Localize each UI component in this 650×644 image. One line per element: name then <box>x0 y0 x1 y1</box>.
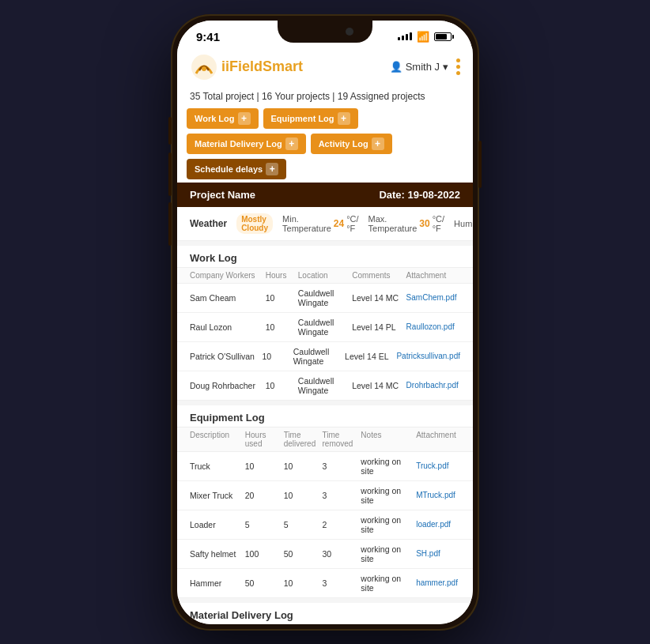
tab-material-log[interactable]: Material Delivery Log + <box>187 134 306 154</box>
dot-3 <box>456 71 460 75</box>
dropdown-icon: ▾ <box>443 61 448 73</box>
wl-col-worker: Company Workers <box>190 271 266 280</box>
scroll-area[interactable]: Project Name Date: 19-08-2022 Weather Mo… <box>177 183 473 624</box>
el-col-removed: Time removed <box>323 431 361 448</box>
tab-activity-log[interactable]: Activity Log + <box>311 134 392 154</box>
el-notes: working on site <box>361 486 416 505</box>
weather-humidity-label: Humidity <box>454 219 473 228</box>
table-row: Mixer Truck 20 10 3 working on site MTru… <box>177 481 473 510</box>
wl-hours: 10 <box>266 381 298 390</box>
tab-work-log-label: Work Log <box>195 114 235 123</box>
el-desc: Hammer <box>190 578 245 588</box>
weather-status: Mostly Cloudy <box>236 213 273 234</box>
el-removed: 2 <box>323 520 361 529</box>
tab-work-log-add[interactable]: + <box>238 112 251 125</box>
weather-min-unit: °C/°F <box>346 214 358 233</box>
el-hours: 50 <box>245 578 284 588</box>
weather-max-label: Max. Temperature <box>368 214 418 233</box>
logo: iiFieldSmart <box>190 53 303 81</box>
app-header: iiFieldSmart 👤 Smith J ▾ <box>177 47 473 88</box>
el-attachment[interactable]: hammer.pdf <box>416 578 460 587</box>
table-row: Patrick O'Sullivan 10 Cauldwell Wingate … <box>177 342 473 371</box>
el-removed: 3 <box>323 461 361 471</box>
tab-schedule-delays-add[interactable]: + <box>266 163 278 175</box>
table-row: Doug Rohrbacher 10 Cauldwell Wingate Lev… <box>177 371 473 401</box>
el-attachment[interactable]: Truck.pdf <box>416 461 460 470</box>
el-desc: Truck <box>190 461 245 471</box>
wl-worker: Sam Cheam <box>190 293 266 303</box>
project-summary: 35 Total project | 16 Your projects | 19… <box>177 88 473 108</box>
el-notes: working on site <box>361 457 416 476</box>
wl-location: Cauldwell Wingate <box>298 376 352 395</box>
weather-max-val: 30 <box>419 218 429 229</box>
tab-equipment-log-label: Equipment Log <box>271 114 334 123</box>
table-row: Sam Cheam 10 Cauldwell Wingate Level 14 … <box>177 284 473 313</box>
weather-label: Weather <box>190 218 227 229</box>
table-row: Safty helmet 100 50 30 working on site S… <box>177 540 473 569</box>
battery-icon <box>434 32 454 41</box>
logo-text: iiFieldSmart <box>221 58 303 75</box>
el-attachment[interactable]: loader.pdf <box>416 520 460 529</box>
tabs-area: Work Log + Equipment Log + Material Deli… <box>177 108 473 183</box>
el-notes: working on site <box>361 574 416 593</box>
tab-work-log[interactable]: Work Log + <box>187 108 259 129</box>
status-time: 9:41 <box>196 30 220 43</box>
wl-attachment[interactable]: Drohrbachr.pdf <box>406 381 460 390</box>
table-row: Hammer 50 10 3 working on site hammer.pd… <box>177 569 473 598</box>
wl-hours: 10 <box>266 293 298 303</box>
el-hours: 100 <box>245 549 284 559</box>
el-attachment[interactable]: SH.pdf <box>416 549 460 558</box>
tab-equipment-log[interactable]: Equipment Log + <box>263 108 358 129</box>
el-col-hours: Hours used <box>245 431 284 448</box>
more-menu[interactable] <box>456 58 460 75</box>
el-col-attachment: Attachment <box>416 431 460 448</box>
weather-min-label: Min. Temperature <box>282 214 331 233</box>
wl-col-location: Location <box>298 271 352 280</box>
wl-comments: Level 14 PL <box>352 322 406 332</box>
table-row: Truck 10 10 3 working on site Truck.pdf <box>177 452 473 481</box>
svg-point-1 <box>202 66 206 71</box>
wl-worker: Patrick O'Sullivan <box>190 352 262 361</box>
wl-col-attachment: Attachment <box>406 271 460 280</box>
wl-comments: Level 14 MC <box>352 293 406 303</box>
dot-2 <box>456 65 460 69</box>
project-date: Date: 19-08-2022 <box>379 189 460 201</box>
el-notes: working on site <box>361 544 416 563</box>
wl-hours: 10 <box>262 352 293 361</box>
el-delivered: 10 <box>284 491 323 500</box>
el-desc: Mixer Truck <box>190 491 245 500</box>
wl-location: Cauldwell Wingate <box>298 288 352 307</box>
el-hours: 10 <box>245 461 284 471</box>
project-name: Project Name <box>190 189 255 201</box>
equipment-log-header: Description Hours used Time delivered Ti… <box>177 427 473 452</box>
weather-max: Max. Temperature 30 °C/°F <box>368 214 445 233</box>
user-menu[interactable]: 👤 Smith J ▾ <box>390 61 448 73</box>
wl-attachment[interactable]: Patricksullivan.pdf <box>396 352 460 360</box>
tab-schedule-delays[interactable]: Schedule delays + <box>187 159 286 179</box>
tab-material-log-label: Material Delivery Log <box>195 139 282 149</box>
wifi-icon: 📶 <box>417 31 429 43</box>
wl-hours: 10 <box>266 322 298 332</box>
el-notes: working on site <box>361 515 416 534</box>
el-desc: Safty helmet <box>190 549 245 559</box>
tab-activity-log-add[interactable]: + <box>372 137 384 150</box>
wl-location: Cauldwell Wingate <box>298 318 352 337</box>
work-log-title: Work Log <box>177 246 473 267</box>
user-name: Smith J <box>406 61 440 73</box>
el-delivered: 10 <box>284 578 323 588</box>
wl-attachment[interactable]: SamChem.pdf <box>406 293 460 302</box>
tab-material-log-add[interactable]: + <box>285 137 298 150</box>
el-hours: 5 <box>245 520 284 529</box>
wl-location: Cauldwell Wingate <box>293 347 345 366</box>
el-attachment[interactable]: MTruck.pdf <box>416 491 460 499</box>
el-delivered: 50 <box>284 549 323 559</box>
tab-equipment-log-add[interactable]: + <box>338 112 350 125</box>
weather-min-val: 24 <box>334 218 344 229</box>
work-log-section: Work Log Company Workers Hours Location … <box>177 246 473 401</box>
wl-comments: Level 14 MC <box>352 381 406 390</box>
weather-bar: Weather Mostly Cloudy Min. Temperature 2… <box>177 207 473 241</box>
wl-col-hours: Hours <box>266 271 298 280</box>
dot-1 <box>456 58 460 62</box>
user-icon: 👤 <box>390 61 402 73</box>
wl-attachment[interactable]: Raullozon.pdf <box>406 322 460 331</box>
